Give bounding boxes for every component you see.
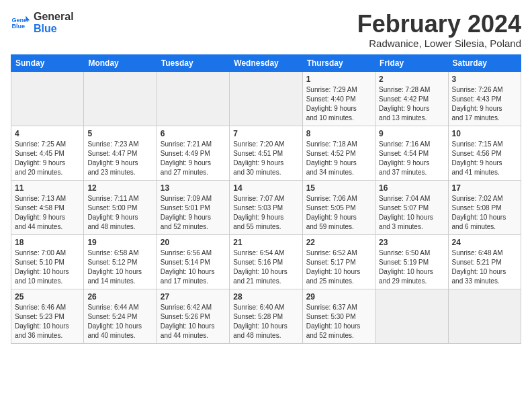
weekday-header-saturday: Saturday xyxy=(448,54,521,71)
day-number: 28 xyxy=(233,292,298,302)
calendar-cell: 27Sunrise: 6:42 AMSunset: 5:26 PMDayligh… xyxy=(157,289,229,343)
day-number: 24 xyxy=(452,238,517,247)
day-number: 17 xyxy=(452,183,517,193)
calendar-cell: 6Sunrise: 7:21 AMSunset: 4:49 PMDaylight… xyxy=(157,126,229,180)
day-number: 20 xyxy=(161,238,226,247)
weekday-header-friday: Friday xyxy=(375,54,448,71)
title-section: February 2024 Radwanice, Lower Silesia, … xyxy=(357,11,521,49)
day-info: Sunrise: 6:56 AMSunset: 5:14 PMDaylight:… xyxy=(161,248,226,286)
day-number: 7 xyxy=(233,129,298,138)
day-number: 3 xyxy=(452,75,517,84)
day-info: Sunrise: 6:48 AMSunset: 5:21 PMDaylight:… xyxy=(452,248,517,286)
day-number: 12 xyxy=(87,183,152,193)
day-info: Sunrise: 7:28 AMSunset: 4:42 PMDaylight:… xyxy=(379,85,444,123)
day-number: 9 xyxy=(379,129,444,138)
day-info: Sunrise: 7:25 AMSunset: 4:45 PMDaylight:… xyxy=(15,140,80,177)
day-info: Sunrise: 7:21 AMSunset: 4:49 PMDaylight:… xyxy=(161,140,226,177)
calendar-cell: 12Sunrise: 7:11 AMSunset: 5:00 PMDayligh… xyxy=(84,180,157,234)
day-info: Sunrise: 7:07 AMSunset: 5:03 PMDaylight:… xyxy=(233,194,298,232)
weekday-header-tuesday: Tuesday xyxy=(157,54,229,71)
calendar-cell: 28Sunrise: 6:40 AMSunset: 5:28 PMDayligh… xyxy=(230,289,302,343)
logo-icon: General Blue xyxy=(11,13,30,32)
day-info: Sunrise: 7:00 AMSunset: 5:10 PMDaylight:… xyxy=(15,248,80,286)
logo-line1: General xyxy=(34,11,74,23)
calendar-cell: 15Sunrise: 7:06 AMSunset: 5:05 PMDayligh… xyxy=(302,180,375,234)
day-number: 1 xyxy=(306,75,371,84)
day-number: 25 xyxy=(15,292,80,302)
calendar-cell: 11Sunrise: 7:13 AMSunset: 4:58 PMDayligh… xyxy=(11,180,84,234)
calendar-cell: 4Sunrise: 7:25 AMSunset: 4:45 PMDaylight… xyxy=(11,126,84,180)
calendar-cell: 14Sunrise: 7:07 AMSunset: 5:03 PMDayligh… xyxy=(230,180,302,234)
day-number: 29 xyxy=(306,292,371,302)
weekday-header-thursday: Thursday xyxy=(302,54,375,71)
weekday-header-monday: Monday xyxy=(84,54,157,71)
calendar-cell xyxy=(375,289,448,343)
calendar-week-2: 11Sunrise: 7:13 AMSunset: 4:58 PMDayligh… xyxy=(11,180,521,234)
day-number: 26 xyxy=(87,292,152,302)
day-info: Sunrise: 6:42 AMSunset: 5:26 PMDaylight:… xyxy=(161,303,226,340)
day-info: Sunrise: 6:58 AMSunset: 5:12 PMDaylight:… xyxy=(87,248,152,286)
calendar-week-0: 1Sunrise: 7:29 AMSunset: 4:40 PMDaylight… xyxy=(11,71,521,126)
day-number: 5 xyxy=(87,129,152,138)
calendar-week-3: 18Sunrise: 7:00 AMSunset: 5:10 PMDayligh… xyxy=(11,234,521,289)
day-info: Sunrise: 6:46 AMSunset: 5:23 PMDaylight:… xyxy=(15,303,80,340)
calendar-table: SundayMondayTuesdayWednesdayThursdayFrid… xyxy=(11,54,521,344)
day-number: 13 xyxy=(161,183,226,193)
page-header: General Blue General Blue February 2024 … xyxy=(11,11,521,49)
calendar-week-1: 4Sunrise: 7:25 AMSunset: 4:45 PMDaylight… xyxy=(11,126,521,180)
calendar-body: 1Sunrise: 7:29 AMSunset: 4:40 PMDaylight… xyxy=(11,71,521,343)
calendar-cell: 18Sunrise: 7:00 AMSunset: 5:10 PMDayligh… xyxy=(11,234,84,289)
svg-text:Blue: Blue xyxy=(11,23,25,30)
day-number: 22 xyxy=(306,238,371,247)
calendar-cell: 2Sunrise: 7:28 AMSunset: 4:42 PMDaylight… xyxy=(375,71,448,126)
day-number: 27 xyxy=(161,292,226,302)
calendar-cell xyxy=(84,71,157,126)
calendar-cell: 1Sunrise: 7:29 AMSunset: 4:40 PMDaylight… xyxy=(302,71,375,126)
day-number: 23 xyxy=(379,238,444,247)
day-info: Sunrise: 7:09 AMSunset: 5:01 PMDaylight:… xyxy=(161,194,226,232)
day-number: 21 xyxy=(233,238,298,247)
day-info: Sunrise: 6:40 AMSunset: 5:28 PMDaylight:… xyxy=(233,303,298,340)
weekday-header-row: SundayMondayTuesdayWednesdayThursdayFrid… xyxy=(11,54,521,71)
logo: General Blue General Blue xyxy=(11,11,74,34)
calendar-header: SundayMondayTuesdayWednesdayThursdayFrid… xyxy=(11,54,521,71)
calendar-cell: 19Sunrise: 6:58 AMSunset: 5:12 PMDayligh… xyxy=(84,234,157,289)
calendar-week-4: 25Sunrise: 6:46 AMSunset: 5:23 PMDayligh… xyxy=(11,289,521,343)
calendar-cell xyxy=(230,71,302,126)
day-number: 15 xyxy=(306,183,371,193)
day-number: 18 xyxy=(15,238,80,247)
day-number: 14 xyxy=(233,183,298,193)
calendar-cell: 5Sunrise: 7:23 AMSunset: 4:47 PMDaylight… xyxy=(84,126,157,180)
logo-line2: Blue xyxy=(34,23,57,35)
calendar-title: February 2024 xyxy=(357,11,521,38)
day-info: Sunrise: 7:13 AMSunset: 4:58 PMDaylight:… xyxy=(15,194,80,232)
day-number: 2 xyxy=(379,75,444,84)
calendar-cell: 22Sunrise: 6:52 AMSunset: 5:17 PMDayligh… xyxy=(302,234,375,289)
calendar-cell xyxy=(11,71,84,126)
day-info: Sunrise: 6:54 AMSunset: 5:16 PMDaylight:… xyxy=(233,248,298,286)
day-number: 4 xyxy=(15,129,80,138)
day-number: 10 xyxy=(452,129,517,138)
day-info: Sunrise: 6:37 AMSunset: 5:30 PMDaylight:… xyxy=(306,303,371,340)
calendar-cell: 26Sunrise: 6:44 AMSunset: 5:24 PMDayligh… xyxy=(84,289,157,343)
day-info: Sunrise: 7:04 AMSunset: 5:07 PMDaylight:… xyxy=(379,194,444,232)
calendar-cell: 13Sunrise: 7:09 AMSunset: 5:01 PMDayligh… xyxy=(157,180,229,234)
day-number: 6 xyxy=(161,129,226,138)
calendar-subtitle: Radwanice, Lower Silesia, Poland xyxy=(357,38,521,49)
calendar-cell: 20Sunrise: 6:56 AMSunset: 5:14 PMDayligh… xyxy=(157,234,229,289)
day-info: Sunrise: 7:29 AMSunset: 4:40 PMDaylight:… xyxy=(306,85,371,123)
day-number: 8 xyxy=(306,129,371,138)
calendar-cell xyxy=(448,289,521,343)
weekday-header-sunday: Sunday xyxy=(11,54,84,71)
calendar-cell: 8Sunrise: 7:18 AMSunset: 4:52 PMDaylight… xyxy=(302,126,375,180)
calendar-cell: 3Sunrise: 7:26 AMSunset: 4:43 PMDaylight… xyxy=(448,71,521,126)
day-number: 11 xyxy=(15,183,80,193)
day-info: Sunrise: 7:23 AMSunset: 4:47 PMDaylight:… xyxy=(87,140,152,177)
calendar-cell: 7Sunrise: 7:20 AMSunset: 4:51 PMDaylight… xyxy=(230,126,302,180)
day-info: Sunrise: 6:50 AMSunset: 5:19 PMDaylight:… xyxy=(379,248,444,286)
calendar-cell xyxy=(157,71,229,126)
calendar-cell: 9Sunrise: 7:16 AMSunset: 4:54 PMDaylight… xyxy=(375,126,448,180)
calendar-cell: 21Sunrise: 6:54 AMSunset: 5:16 PMDayligh… xyxy=(230,234,302,289)
weekday-header-wednesday: Wednesday xyxy=(230,54,302,71)
day-info: Sunrise: 7:02 AMSunset: 5:08 PMDaylight:… xyxy=(452,194,517,232)
